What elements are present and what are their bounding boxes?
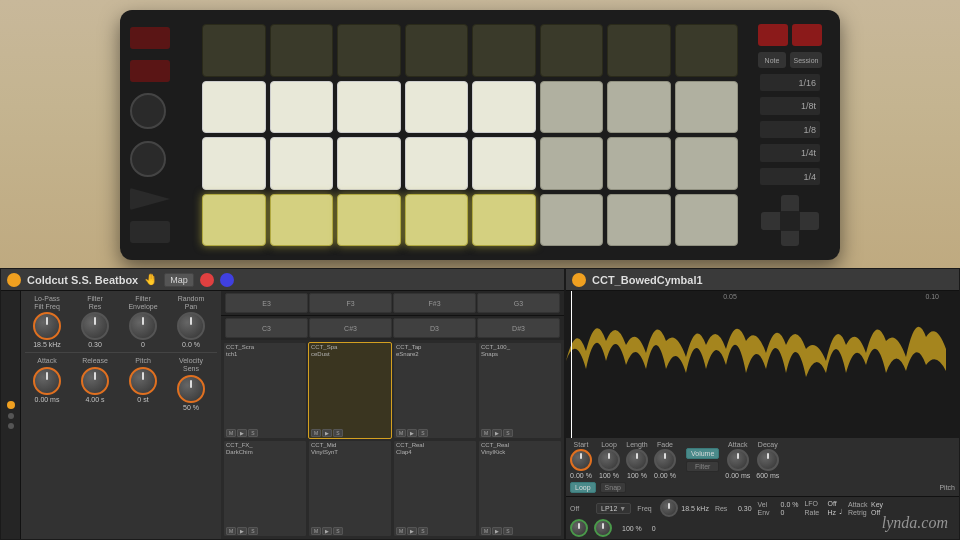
drum-pad-tapsnare2[interactable]: CCT_TapeSnare2 M ▶ S (393, 342, 477, 439)
decay-knob[interactable] (757, 449, 779, 471)
drum-play-btn-4[interactable]: ▶ (492, 429, 502, 437)
pad-3-2[interactable] (270, 137, 334, 190)
drum-m-btn-2[interactable]: M (311, 429, 321, 437)
pad-4-8[interactable] (675, 194, 739, 247)
macro-pan-knob[interactable] (177, 312, 205, 340)
drum-pad-spacedust[interactable]: CCT_SpaceDust M ▶ S (308, 342, 392, 439)
btn-circle-2[interactable] (130, 141, 166, 177)
filter-dropdown-icon[interactable]: ▼ (619, 505, 626, 512)
pad-2-8[interactable] (675, 81, 739, 134)
save-button[interactable] (220, 273, 234, 287)
start-knob[interactable] (570, 449, 592, 471)
pad-2-6[interactable] (540, 81, 604, 134)
drum-s-btn-4[interactable]: S (503, 429, 513, 437)
pad-2-3[interactable] (337, 81, 401, 134)
drum-play-btn-6[interactable]: ▶ (322, 527, 332, 535)
map-button[interactable]: Map (164, 273, 194, 287)
drum-m-btn-3[interactable]: M (396, 429, 406, 437)
macro-vel-knob[interactable] (177, 375, 205, 403)
pad-1-5[interactable] (472, 24, 536, 77)
drum-m-btn[interactable]: M (226, 429, 236, 437)
sidebar-dot-2[interactable] (8, 413, 14, 419)
drum-pad-vinylkick[interactable]: CCT_RealVinylKick M ▶ S (478, 440, 562, 537)
btn-note[interactable]: Note (758, 52, 786, 68)
drum-s-btn-7[interactable]: S (418, 527, 428, 535)
dpad[interactable] (761, 195, 819, 246)
pad-4-1[interactable] (202, 194, 266, 247)
pad-4-2[interactable] (270, 194, 334, 247)
length-knob[interactable] (626, 449, 648, 471)
pad-4-7[interactable] (607, 194, 671, 247)
pad-3-8[interactable] (675, 137, 739, 190)
loop-knob[interactable] (598, 449, 620, 471)
macro-env-knob[interactable] (129, 312, 157, 340)
pad-1-3[interactable] (337, 24, 401, 77)
drum-s-btn-3[interactable]: S (418, 429, 428, 437)
attack-knob[interactable] (727, 449, 749, 471)
btn-red-1[interactable] (130, 27, 170, 49)
btn-session[interactable]: Session (790, 52, 822, 68)
filter-knob-2[interactable] (594, 519, 612, 537)
drum-m-btn-4[interactable]: M (481, 429, 491, 437)
btn-square[interactable] (130, 221, 170, 243)
drum-m-btn-5[interactable]: M (226, 527, 236, 535)
drum-m-btn-7[interactable]: M (396, 527, 406, 535)
pad-3-7[interactable] (607, 137, 671, 190)
snap-toggle-btn[interactable]: Snap (600, 482, 626, 493)
drum-s-btn-5[interactable]: S (248, 527, 258, 535)
pad-2-5[interactable] (472, 81, 536, 134)
drum-play-btn-7[interactable]: ▶ (407, 527, 417, 535)
sidebar-dot-active[interactable] (7, 401, 15, 409)
drum-s-btn-2[interactable]: S (333, 429, 343, 437)
pad-1-6[interactable] (540, 24, 604, 77)
drum-s-btn-6[interactable]: S (333, 527, 343, 535)
fraction-1-8[interactable]: 1/8 (760, 121, 820, 138)
freq-knob[interactable] (660, 499, 678, 517)
drum-play-btn[interactable]: ▶ (237, 429, 247, 437)
pad-3-1[interactable] (202, 137, 266, 190)
pad-3-3[interactable] (337, 137, 401, 190)
filter-knob-1[interactable] (570, 519, 588, 537)
drum-pad-100snaps[interactable]: CCT_100_Snaps M ▶ S (478, 342, 562, 439)
volume-btn[interactable]: Volume (686, 448, 719, 459)
pad-3-4[interactable] (405, 137, 469, 190)
pad-2-2[interactable] (270, 81, 334, 134)
drum-play-btn-2[interactable]: ▶ (322, 429, 332, 437)
drum-play-btn-5[interactable]: ▶ (237, 527, 247, 535)
close-button[interactable] (200, 273, 214, 287)
filter-btn[interactable]: Filter (686, 461, 719, 472)
pad-4-5[interactable] (472, 194, 536, 247)
macro-release-knob[interactable] (81, 367, 109, 395)
drum-play-btn-3[interactable]: ▶ (407, 429, 417, 437)
fraction-1-4t[interactable]: 1/4t (760, 144, 820, 161)
pad-1-2[interactable] (270, 24, 334, 77)
pad-4-3[interactable] (337, 194, 401, 247)
macro-lopass-knob[interactable] (33, 312, 61, 340)
sidebar-dot-3[interactable] (8, 423, 14, 429)
drum-pad-realclap4[interactable]: CCT_RealClap4 M ▶ S (393, 440, 477, 537)
btn-red-right-2[interactable] (792, 24, 822, 46)
pad-1-7[interactable] (607, 24, 671, 77)
drum-m-btn-6[interactable]: M (311, 527, 321, 535)
pad-1-8[interactable] (675, 24, 739, 77)
macro-attack-knob[interactable] (33, 367, 61, 395)
btn-red-right-1[interactable] (758, 24, 788, 46)
pad-4-6[interactable] (540, 194, 604, 247)
drum-play-btn-8[interactable]: ▶ (492, 527, 502, 535)
pad-2-1[interactable] (202, 81, 266, 134)
pad-2-7[interactable] (607, 81, 671, 134)
loop-toggle-btn[interactable]: Loop (570, 482, 596, 493)
pad-3-6[interactable] (540, 137, 604, 190)
fraction-1-16[interactable]: 1/16 (760, 74, 820, 91)
drum-pad-scratch1[interactable]: CCT_Scratch1 M ▶ S (223, 342, 307, 439)
drum-m-btn-8[interactable]: M (481, 527, 491, 535)
fade-knob[interactable] (654, 449, 676, 471)
fraction-1-8t[interactable]: 1/8t (760, 97, 820, 114)
pad-1-1[interactable] (202, 24, 266, 77)
drum-pad-darkchim[interactable]: CCT_FX_DarkChim M ▶ S (223, 440, 307, 537)
macro-pitch-knob[interactable] (129, 367, 157, 395)
drum-pad-midvinyls[interactable]: CCT_MidVinylSynT M ▶ S (308, 440, 392, 537)
drum-s-btn[interactable]: S (248, 429, 258, 437)
fraction-1-4[interactable]: 1/4 (760, 168, 820, 185)
btn-play[interactable] (130, 188, 170, 210)
